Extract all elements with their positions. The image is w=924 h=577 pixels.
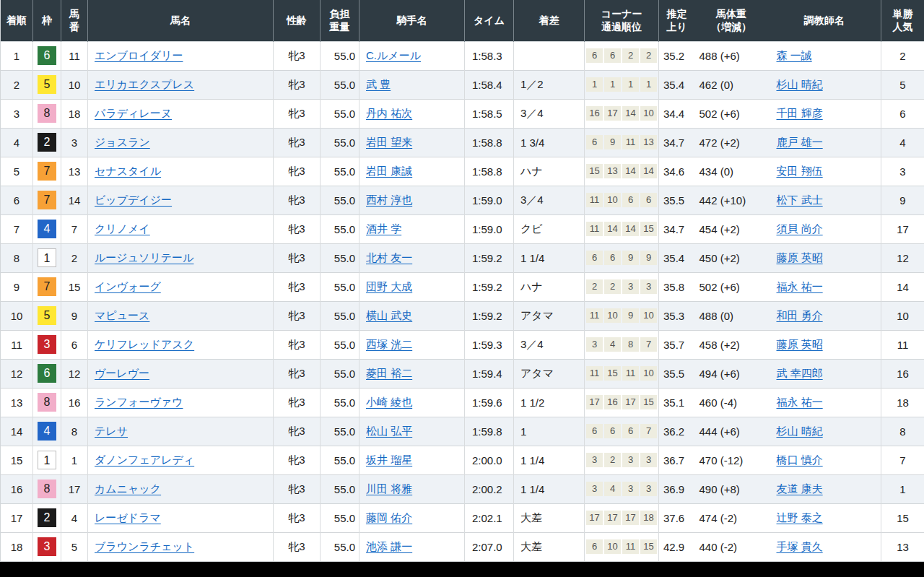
frame-number-badge: 3 <box>38 537 56 556</box>
result-row: 5 7 13 セナスタイル 牝3 55.0 岩田 康誠 1:58.8 ハナ 15… <box>1 157 924 186</box>
horse-name-link[interactable]: クリノメイ <box>95 222 150 235</box>
horse-name-link[interactable]: セナスタイル <box>95 165 161 177</box>
horse-name-link[interactable]: マピュース <box>95 309 149 321</box>
jockey-cell: 藤岡 佑介 <box>359 503 465 532</box>
trainer-cell: 藤原 英昭 <box>768 243 881 272</box>
margin: クビ <box>514 214 585 243</box>
horse-name-link[interactable]: ルージュソリテール <box>95 251 193 264</box>
frame-cell: 6 <box>33 41 61 70</box>
finish-position: 14 <box>1 417 33 446</box>
jockey-link[interactable]: 川田 将雅 <box>366 482 412 495</box>
trainer-link[interactable]: 松下 武士 <box>777 194 823 206</box>
corner-position-box: 9 <box>622 251 639 265</box>
frame-cell: 4 <box>33 417 61 446</box>
jockey-link[interactable]: 横山 武史 <box>366 309 412 321</box>
horse-name-cell: ビップデイジー <box>88 186 274 214</box>
corner-position-box: 4 <box>604 337 621 352</box>
horse-name-link[interactable]: パラディレーヌ <box>95 107 172 119</box>
jockey-link[interactable]: 西塚 洸二 <box>366 338 412 350</box>
trainer-link[interactable]: 藤原 英昭 <box>777 338 823 350</box>
horse-name-link[interactable]: ランフォーヴァウ <box>95 396 183 408</box>
jockey-link[interactable]: 菱田 裕二 <box>366 367 412 379</box>
trainer-link[interactable]: 須貝 尚介 <box>777 222 823 235</box>
horse-name-link[interactable]: インヴォーグ <box>95 280 161 292</box>
trainer-link[interactable]: 和田 勇介 <box>777 309 823 321</box>
horse-name-link[interactable]: カムニャック <box>95 482 161 495</box>
corner-positions: 6622 <box>585 41 659 70</box>
finish-time: 1:59.2 <box>465 243 514 272</box>
trainer-link[interactable]: 杉山 晴紀 <box>777 78 823 90</box>
jockey-link[interactable]: 北村 友一 <box>366 251 412 264</box>
finish-time: 1:59.0 <box>465 186 514 214</box>
corner-positions: 3487 <box>585 330 659 359</box>
horse-name-cell: カムニャック <box>88 474 274 503</box>
horse-name-link[interactable]: エンブロイダリー <box>95 49 183 61</box>
trainer-link[interactable]: 武 幸四郎 <box>777 367 823 379</box>
corner-position-box: 15 <box>640 395 657 409</box>
trainer-link[interactable]: 福永 祐一 <box>777 280 823 292</box>
trainer-link[interactable]: 森 一誠 <box>777 49 812 61</box>
trainer-link[interactable]: 鹿戸 雄一 <box>777 136 823 148</box>
carried-weight: 55.0 <box>321 359 359 388</box>
horse-name-link[interactable]: テレサ <box>95 425 128 437</box>
col-header-trainer: 調教師名 <box>768 0 881 41</box>
jockey-link[interactable]: 松山 弘平 <box>366 425 412 437</box>
horse-name-link[interactable]: ヴーレヴー <box>95 367 149 379</box>
horse-name-link[interactable]: ビップデイジー <box>95 194 172 206</box>
horse-number: 13 <box>61 157 88 186</box>
finish-time: 2:07.0 <box>465 532 514 561</box>
horse-name-link[interactable]: レーゼドラマ <box>95 511 161 524</box>
frame-cell: 3 <box>33 330 61 359</box>
last-3f-time: 34.7 <box>659 214 695 243</box>
jockey-link[interactable]: 酒井 学 <box>366 222 401 235</box>
trainer-link[interactable]: 杉山 晴紀 <box>777 425 823 437</box>
horse-number: 1 <box>61 446 88 474</box>
trainer-link[interactable]: 手塚 貴久 <box>777 540 823 552</box>
jockey-link[interactable]: 小崎 綾也 <box>366 396 412 408</box>
jockey-link[interactable]: C.ルメール <box>366 49 421 61</box>
frame-number-badge: 8 <box>38 104 56 123</box>
jockey-cell: 団野 大成 <box>359 272 465 301</box>
horse-name-link[interactable]: ブラウンラチェット <box>95 540 194 552</box>
jockey-link[interactable]: 池添 謙一 <box>366 540 412 552</box>
corner-position-box: 9 <box>622 308 639 323</box>
horse-name-link[interactable]: ダノンフェアレディ <box>95 454 194 466</box>
corner-position-box: 3 <box>586 453 603 467</box>
jockey-link[interactable]: 坂井 瑠星 <box>366 454 412 466</box>
corner-positions: 3233 <box>585 446 659 474</box>
jockey-link[interactable]: 西村 淳也 <box>366 194 412 206</box>
horse-name-link[interactable]: ケリフレッドアスク <box>95 338 194 350</box>
result-row: 12 6 12 ヴーレヴー 牝3 55.0 菱田 裕二 1:59.4 アタマ 1… <box>1 359 924 388</box>
corner-position-box: 7 <box>640 424 657 438</box>
carried-weight: 55.0 <box>321 330 359 359</box>
trainer-link[interactable]: 藤原 英昭 <box>777 251 823 264</box>
jockey-link[interactable]: 武 豊 <box>366 78 391 90</box>
margin: ハナ <box>514 272 585 301</box>
trainer-link[interactable]: 千田 輝彦 <box>777 107 823 119</box>
corner-position-box: 10 <box>604 539 621 554</box>
result-row: 15 1 1 ダノンフェアレディ 牝3 55.0 坂井 瑠星 2:00.0 1 … <box>1 446 924 474</box>
jockey-link[interactable]: 岩田 康誠 <box>366 165 412 177</box>
jockey-link[interactable]: 岩田 望来 <box>366 136 412 148</box>
win-popularity: 4 <box>881 128 924 157</box>
trainer-link[interactable]: 福永 祐一 <box>777 396 823 408</box>
horse-name-link[interactable]: ジョスラン <box>95 136 150 148</box>
horse-weight: 462 (0) <box>695 70 768 99</box>
corner-position-box: 6 <box>586 539 603 554</box>
trainer-link[interactable]: 友道 康夫 <box>777 482 823 495</box>
jockey-link[interactable]: 団野 大成 <box>366 280 412 292</box>
corner-positions: 11141415 <box>585 214 659 243</box>
jockey-link[interactable]: 藤岡 佑介 <box>366 511 412 524</box>
trainer-link[interactable]: 安田 翔伍 <box>777 165 823 177</box>
trainer-link[interactable]: 橋口 慎介 <box>777 454 823 466</box>
result-row: 11 3 6 ケリフレッドアスク 牝3 55.0 西塚 洸二 1:59.3 3／… <box>1 330 924 359</box>
frame-number-badge: 1 <box>38 248 56 267</box>
horse-name-link[interactable]: エリカエクスプレス <box>95 78 194 90</box>
trainer-link[interactable]: 辻野 泰之 <box>777 511 823 524</box>
last-3f-time: 35.3 <box>659 301 695 330</box>
jockey-link[interactable]: 丹内 祐次 <box>366 107 412 119</box>
col-header-last-3f: 推定 上り <box>659 0 695 41</box>
corner-position-box: 6 <box>604 48 621 63</box>
sex-age: 牝3 <box>274 186 321 214</box>
horse-number: 15 <box>61 272 88 301</box>
